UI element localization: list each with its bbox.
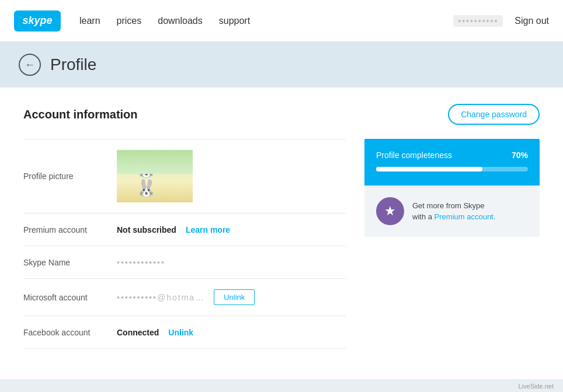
microsoft-account-label: Microsoft account [23, 293, 117, 302]
premium-account-value: Not subscribed Learn more [117, 225, 230, 235]
nav-right: •••••••••• Sign out [453, 15, 549, 27]
change-password-button[interactable]: Change password [448, 104, 540, 125]
svg-text:skype: skype [22, 15, 52, 26]
account-info-title: Account information [23, 108, 138, 121]
progress-bar-fill [376, 167, 482, 172]
nav-link-downloads[interactable]: downloads [158, 16, 203, 26]
facebook-account-value: Connected Unlink [117, 328, 193, 337]
profile-picture-label: Profile picture [23, 172, 117, 181]
profile-picture-value [117, 150, 193, 202]
profile-header: ← Profile [0, 42, 563, 88]
microsoft-account-masked: ••••••••••@hotma… [117, 293, 204, 302]
learn-more-link[interactable]: Learn more [186, 225, 230, 235]
skype-name-masked: •••••••••••• [117, 258, 165, 267]
facebook-status: Connected [117, 328, 159, 337]
premium-status: Not subscribed [117, 225, 176, 235]
facebook-account-label: Facebook account [23, 328, 117, 337]
nav-links: learn prices downloads support [79, 16, 453, 26]
microsoft-unlink-button[interactable]: Unlink [214, 289, 255, 305]
sign-out-button[interactable]: Sign out [515, 16, 549, 26]
nav-link-support[interactable]: support [219, 16, 250, 26]
content-grid: Profile picture Premium account Not subs… [23, 139, 540, 349]
skype-name-row: Skype Name •••••••••••• [23, 246, 346, 279]
completeness-card: Profile completeness 70% [364, 139, 540, 186]
back-button[interactable]: ← [19, 54, 41, 76]
facebook-unlink-link[interactable]: Unlink [168, 328, 193, 337]
premium-star-icon: ★ [376, 197, 404, 225]
microsoft-account-value: ••••••••••@hotma… Unlink [117, 289, 255, 305]
microsoft-account-row: Microsoft account ••••••••••@hotma… Unli… [23, 279, 346, 316]
right-panel: Profile completeness 70% ★ Get more from… [364, 139, 540, 237]
main-content: Account information Change password Prof… [0, 88, 563, 379]
premium-promo-card: ★ Get more from Skypewith a Premium acco… [364, 186, 540, 237]
nav-username: •••••••••• [453, 15, 503, 27]
top-navigation: skype learn prices downloads support •••… [0, 0, 563, 42]
nav-link-prices[interactable]: prices [117, 16, 142, 26]
facebook-account-row: Facebook account Connected Unlink [23, 316, 346, 349]
profile-picture-row: Profile picture [23, 139, 346, 214]
completeness-percent: 70% [512, 150, 528, 160]
form-section: Profile picture Premium account Not subs… [23, 139, 346, 349]
premium-promo-text: Get more from Skypewith a Premium accoun… [412, 200, 495, 223]
premium-account-label: Premium account [23, 225, 117, 235]
progress-bar-background [376, 167, 528, 172]
footer: LiveSide.net [0, 379, 563, 392]
skype-name-label: Skype Name [23, 258, 117, 267]
skype-logo: skype [14, 10, 61, 32]
account-info-header: Account information Change password [23, 104, 540, 125]
skype-name-value: •••••••••••• [117, 258, 165, 267]
page-title: Profile [50, 55, 96, 74]
profile-picture-image [117, 150, 193, 202]
premium-account-link[interactable]: Premium account. [435, 212, 496, 221]
nav-link-learn[interactable]: learn [79, 16, 100, 26]
completeness-label: Profile completeness [376, 150, 452, 160]
footer-text: LiveSide.net [518, 383, 554, 390]
completeness-header: Profile completeness 70% [376, 150, 528, 160]
premium-account-row: Premium account Not subscribed Learn mor… [23, 214, 346, 246]
